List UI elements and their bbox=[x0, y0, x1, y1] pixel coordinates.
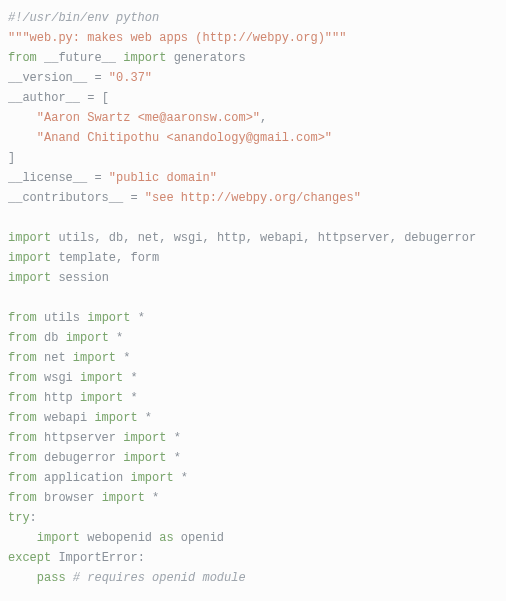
code-token: [ bbox=[102, 91, 109, 105]
code-line: #!/usr/bin/env python bbox=[8, 8, 498, 28]
code-token: * bbox=[116, 331, 123, 345]
code-token: "public domain" bbox=[109, 171, 217, 185]
code-token bbox=[94, 91, 101, 105]
code-line: from wsgi import * bbox=[8, 368, 498, 388]
code-line: from httpserver import * bbox=[8, 428, 498, 448]
code-token: import bbox=[87, 311, 130, 325]
code-line: __contributors__ = "see http://webpy.org… bbox=[8, 188, 498, 208]
code-line: from debugerror import * bbox=[8, 448, 498, 468]
code-token: ] bbox=[8, 151, 15, 165]
code-line: from db import * bbox=[8, 328, 498, 348]
code-token bbox=[174, 471, 181, 485]
code-token bbox=[166, 431, 173, 445]
code-line: __author__ = [ bbox=[8, 88, 498, 108]
code-token bbox=[166, 451, 173, 465]
code-line: __version__ = "0.37" bbox=[8, 68, 498, 88]
code-token: debugerror bbox=[37, 451, 123, 465]
code-token: http bbox=[37, 391, 80, 405]
code-token: import bbox=[8, 271, 51, 285]
code-line: except ImportError: bbox=[8, 548, 498, 568]
code-token: db bbox=[37, 331, 66, 345]
code-token: import bbox=[123, 51, 166, 65]
code-token: generators bbox=[166, 51, 245, 65]
code-token: , bbox=[303, 231, 310, 245]
code-token bbox=[130, 311, 137, 325]
code-token: __future__ bbox=[37, 51, 123, 65]
code-token bbox=[138, 411, 145, 425]
code-line: import session bbox=[8, 268, 498, 288]
code-token: , bbox=[260, 111, 267, 125]
code-token: * bbox=[123, 351, 130, 365]
code-token: , bbox=[94, 231, 101, 245]
code-token: utils bbox=[37, 311, 87, 325]
code-token: import bbox=[80, 371, 123, 385]
code-token: "see http://webpy.org/changes" bbox=[145, 191, 361, 205]
code-token: from bbox=[8, 351, 37, 365]
code-token: "0.37" bbox=[109, 71, 152, 85]
code-token: # requires openid module bbox=[73, 571, 246, 585]
code-token: * bbox=[130, 391, 137, 405]
code-token: from bbox=[8, 371, 37, 385]
code-token: = bbox=[130, 191, 137, 205]
code-token: utils bbox=[51, 231, 94, 245]
code-token: from bbox=[8, 311, 37, 325]
code-token: from bbox=[8, 331, 37, 345]
code-token bbox=[109, 331, 116, 345]
code-token bbox=[145, 491, 152, 505]
code-token: webapi bbox=[253, 231, 303, 245]
code-token: debugerror bbox=[397, 231, 476, 245]
code-token: from bbox=[8, 451, 37, 465]
code-token: application bbox=[37, 471, 131, 485]
code-token: net bbox=[130, 231, 159, 245]
code-token: """web.py: makes web apps (http://webpy.… bbox=[8, 31, 346, 45]
code-line: from net import * bbox=[8, 348, 498, 368]
code-token: openid bbox=[174, 531, 224, 545]
code-token: , bbox=[390, 231, 397, 245]
code-token: * bbox=[152, 491, 159, 505]
code-token: httpserver bbox=[37, 431, 123, 445]
code-token: as bbox=[159, 531, 173, 545]
code-token: import bbox=[130, 471, 173, 485]
code-line: pass # requires openid module bbox=[8, 568, 498, 588]
code-token: __author__ bbox=[8, 91, 87, 105]
code-token: __version__ bbox=[8, 71, 94, 85]
code-token: * bbox=[174, 451, 181, 465]
code-token bbox=[138, 191, 145, 205]
code-token: import bbox=[123, 451, 166, 465]
code-token: #!/usr/bin/env python bbox=[8, 11, 159, 25]
code-token: __license__ bbox=[8, 171, 94, 185]
code-token: form bbox=[123, 251, 159, 265]
code-block: #!/usr/bin/env python"""web.py: makes we… bbox=[8, 8, 498, 588]
code-token: import bbox=[80, 391, 123, 405]
code-token: from bbox=[8, 471, 37, 485]
code-token: webopenid bbox=[80, 531, 159, 545]
code-token: = bbox=[94, 171, 101, 185]
code-token: http bbox=[210, 231, 246, 245]
code-line: from browser import * bbox=[8, 488, 498, 508]
code-token: import bbox=[37, 531, 80, 545]
code-token: import bbox=[102, 491, 145, 505]
code-token: httpserver bbox=[311, 231, 390, 245]
code-line: import utils, db, net, wsgi, http, webap… bbox=[8, 228, 498, 248]
code-token: import bbox=[8, 251, 51, 265]
code-token: from bbox=[8, 491, 37, 505]
code-token: * bbox=[130, 371, 137, 385]
code-token bbox=[8, 531, 37, 545]
code-token: template bbox=[51, 251, 116, 265]
code-line: try: bbox=[8, 508, 498, 528]
code-token: from bbox=[8, 51, 37, 65]
code-token: from bbox=[8, 391, 37, 405]
code-token: try bbox=[8, 511, 30, 525]
code-token: = bbox=[94, 71, 101, 85]
code-line: "Anand Chitipothu <anandology@gmail.com>… bbox=[8, 128, 498, 148]
code-token: import bbox=[123, 431, 166, 445]
code-token: : bbox=[138, 551, 145, 565]
code-line: import webopenid as openid bbox=[8, 528, 498, 548]
code-token: session bbox=[51, 271, 109, 285]
code-token: net bbox=[37, 351, 73, 365]
code-line: """web.py: makes web apps (http://webpy.… bbox=[8, 28, 498, 48]
code-token bbox=[8, 571, 37, 585]
code-token: * bbox=[174, 431, 181, 445]
code-token: webapi bbox=[37, 411, 95, 425]
code-token: from bbox=[8, 431, 37, 445]
